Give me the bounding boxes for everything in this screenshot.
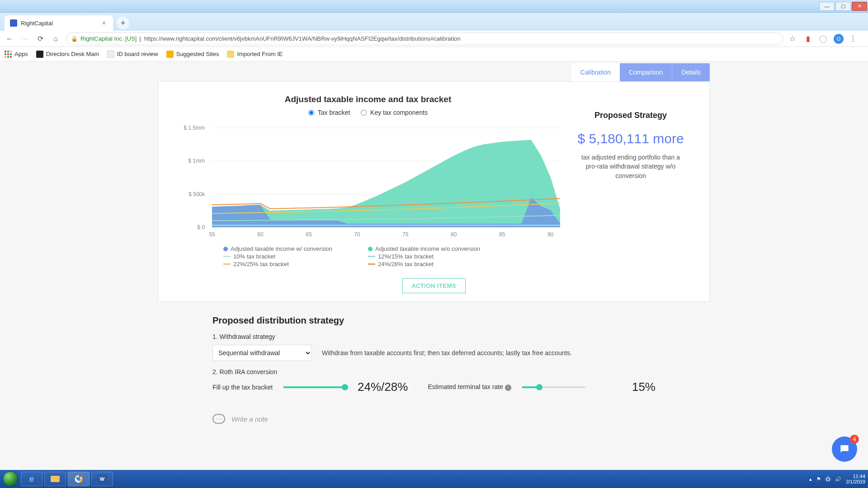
clock-time: 11:44 (846, 474, 865, 479)
chart-title: Adjusted taxable income and tax bracket (171, 94, 565, 104)
legend-label: Adjusted taxable income w/o conversion (375, 245, 480, 252)
browser-tabstrip: RightCapital × + (0, 13, 868, 31)
svg-text:$ 1.5mm: $ 1.5mm (184, 125, 205, 131)
windows-taskbar: e W ▴ ⚑ ⏻ 🔊 11:44 2/1/2019 (0, 470, 868, 488)
legend-label: Adjusted taxable income w/ conversion (231, 245, 332, 252)
taskbar-ie[interactable]: e (21, 472, 42, 486)
bookmark-label: Directors Desk Main (46, 51, 99, 57)
step2-label: 2. Roth IRA conversion (212, 368, 656, 375)
taskbar-explorer[interactable] (44, 472, 66, 486)
bookmark-icon (166, 51, 174, 58)
bookmark-item[interactable]: Suggested Sites (166, 51, 219, 58)
svg-text:75: 75 (402, 231, 409, 238)
home-button[interactable]: ⌂ (51, 34, 61, 44)
proposed-desc: tax adjusted ending portfolio than a pro… (581, 153, 680, 180)
legend-item: Adjusted taxable income w/ conversion (223, 245, 350, 252)
distribution-section: Proposed distribution strategy 1. Withdr… (158, 315, 710, 424)
browser-toolbar: ← → ⟳ ⌂ 🔒 RightCapital Inc. [US] | https… (0, 31, 868, 47)
fill-bracket-slider[interactable] (283, 386, 347, 388)
address-bar[interactable]: 🔒 RightCapital Inc. [US] | https://www.r… (66, 33, 783, 45)
apps-grid-icon (5, 51, 12, 58)
menu-icon[interactable]: ⋮ (848, 34, 858, 44)
terminal-rate-value: 15% (632, 380, 656, 394)
new-tab-button[interactable]: + (117, 17, 129, 29)
chat-icon (839, 443, 850, 455)
fill-bracket-value: 24%/28% (358, 380, 408, 394)
clock[interactable]: 11:44 2/1/2019 (846, 474, 865, 484)
write-note[interactable]: Write a note (212, 414, 656, 424)
legend-item: Adjusted taxable income w/o conversion (368, 245, 495, 252)
volume-icon[interactable]: 🔊 (835, 476, 841, 482)
legend-item: 12%/15% tax bracket (368, 253, 495, 260)
taskbar-chrome[interactable] (68, 472, 90, 486)
minimize-button[interactable]: — (819, 2, 835, 11)
svg-text:90: 90 (547, 231, 554, 238)
proposed-strategy: Proposed Strategy $ 5,180,111 more tax a… (565, 94, 697, 267)
bookmark-icon (36, 51, 43, 58)
profile-avatar[interactable]: O (834, 34, 844, 44)
chart-card: Adjusted taxable income and tax bracket … (158, 81, 710, 302)
svg-text:65: 65 (306, 231, 312, 238)
note-placeholder: Write a note (231, 415, 268, 423)
terminal-rate-label: Estimated terminal tax ratei (428, 383, 511, 391)
tray-arrow-icon[interactable]: ▴ (809, 476, 812, 482)
back-button[interactable]: ← (5, 34, 14, 44)
tab-calibration[interactable]: Calibration (571, 63, 620, 81)
url-host: RightCapital Inc. [US] (80, 35, 137, 42)
svg-text:60: 60 (257, 231, 264, 238)
page-tabs: Calibration Comparison Details (158, 63, 710, 81)
chat-launcher[interactable]: 4 (832, 436, 857, 462)
svg-text:$ 0: $ 0 (197, 224, 205, 230)
forward-button[interactable]: → (20, 34, 30, 44)
power-icon[interactable]: ⏻ (826, 476, 830, 482)
extension2-icon[interactable]: ◯ (818, 34, 828, 44)
bookmark-label: Suggested Sites (176, 51, 219, 57)
reload-button[interactable]: ⟳ (35, 34, 45, 44)
svg-text:55: 55 (209, 231, 215, 238)
distribution-title: Proposed distribution strategy (212, 315, 656, 326)
apps-shortcut[interactable]: Apps (5, 51, 28, 58)
system-tray: ▴ ⚑ ⏻ 🔊 11:44 2/1/2019 (809, 474, 865, 484)
url-path: https://www.rightcapital.com/client/v6jv… (144, 35, 461, 42)
browser-tab[interactable]: RightCapital × (5, 15, 113, 31)
bookmark-label: Apps (14, 51, 28, 57)
bookmark-label: ID board review (117, 51, 158, 57)
chrome-icon (74, 474, 83, 483)
flag-icon[interactable]: ⚑ (816, 476, 821, 482)
tab-details[interactable]: Details (672, 63, 710, 81)
terminal-rate-slider[interactable] (522, 386, 585, 388)
taskbar-word[interactable]: W (91, 472, 113, 486)
info-icon[interactable]: i (505, 385, 511, 391)
chart-mode-radios: Tax bracket Key tax components (171, 109, 565, 116)
proposed-amount: $ 5,180,111 more (565, 131, 697, 146)
radio-key-components[interactable]: Key tax components (361, 109, 428, 116)
url-separator: | (139, 35, 144, 42)
withdrawal-strategy-select[interactable]: Sequential withdrawal (212, 345, 312, 361)
svg-text:85: 85 (499, 231, 505, 238)
chat-badge: 4 (850, 435, 859, 444)
start-button[interactable] (3, 471, 18, 487)
extension-icon[interactable]: ▮ (803, 34, 813, 44)
legend-label: 24%/28% tax bracket (378, 261, 434, 267)
close-tab-icon[interactable]: × (100, 19, 108, 27)
svg-text:80: 80 (451, 231, 457, 238)
star-icon[interactable]: ☆ (788, 34, 797, 44)
svg-text:$ 500k: $ 500k (189, 191, 205, 197)
clock-date: 2/1/2019 (846, 479, 865, 484)
bookmarks-bar: Apps Directors Desk Main ID board review… (0, 47, 868, 61)
radio-tax-bracket[interactable]: Tax bracket (308, 109, 350, 116)
close-window-button[interactable]: ✕ (852, 2, 867, 11)
proposed-heading: Proposed Strategy (565, 111, 697, 120)
bookmark-item[interactable]: Directors Desk Main (36, 51, 99, 58)
chart-block: Adjusted taxable income and tax bracket … (171, 94, 565, 267)
bookmark-icon (107, 51, 114, 58)
radio-label: Tax bracket (318, 109, 350, 116)
bookmark-item[interactable]: ID board review (107, 51, 158, 58)
bookmark-item[interactable]: Imported From IE (227, 51, 283, 58)
action-items-button[interactable]: ACTION ITEMS (402, 278, 466, 293)
tab-comparison[interactable]: Comparison (620, 63, 672, 81)
page-content: Calibration Comparison Details Adjusted … (0, 61, 868, 470)
svg-text:70: 70 (354, 231, 360, 238)
maximize-button[interactable]: ▢ (835, 2, 851, 11)
legend-label: 12%/15% tax bracket (378, 253, 434, 260)
